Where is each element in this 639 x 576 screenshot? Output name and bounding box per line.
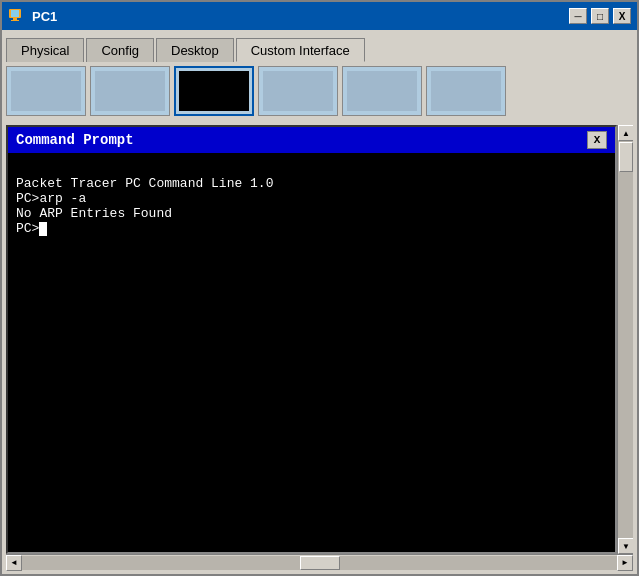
thumb-4[interactable] xyxy=(258,66,338,116)
window-title: PC1 xyxy=(32,9,569,24)
window-controls: ─ □ X xyxy=(569,8,631,24)
h-scroll-track[interactable] xyxy=(22,556,617,570)
scroll-right-button[interactable]: ► xyxy=(617,555,633,571)
horizontal-scrollbar: ◄ ► xyxy=(6,554,633,570)
panels-strip xyxy=(6,66,633,121)
maximize-button[interactable]: □ xyxy=(591,8,609,24)
scroll-left-button[interactable]: ◄ xyxy=(6,555,22,571)
h-scroll-thumb[interactable] xyxy=(300,556,340,570)
close-button[interactable]: X xyxy=(613,8,631,24)
scroll-track[interactable] xyxy=(618,141,633,538)
svg-rect-3 xyxy=(11,20,19,21)
tab-physical[interactable]: Physical xyxy=(6,38,84,62)
scroll-down-button[interactable]: ▼ xyxy=(618,538,633,554)
cmd-title-bar: Command Prompt X xyxy=(8,127,615,153)
cursor xyxy=(39,222,47,236)
thumb-1[interactable] xyxy=(6,66,86,116)
vertical-scrollbar: ▲ ▼ xyxy=(617,125,633,554)
cmd-terminal[interactable]: Packet Tracer PC Command Line 1.0 PC>arp… xyxy=(8,153,615,552)
main-panel: Command Prompt X Packet Tracer PC Comman… xyxy=(6,125,617,554)
content-area: Command Prompt X Packet Tracer PC Comman… xyxy=(2,62,637,574)
svg-rect-1 xyxy=(11,10,19,17)
svg-rect-2 xyxy=(13,18,17,20)
title-bar: PC1 ─ □ X xyxy=(2,2,637,30)
tab-bar: Physical Config Desktop Custom Interface xyxy=(2,30,637,62)
thumb-3[interactable] xyxy=(174,66,254,116)
main-content-area: Command Prompt X Packet Tracer PC Comman… xyxy=(6,125,633,554)
cmd-title-text: Command Prompt xyxy=(16,132,134,148)
command-prompt-window: Command Prompt X Packet Tracer PC Comman… xyxy=(6,125,617,554)
thumb-5[interactable] xyxy=(342,66,422,116)
tab-desktop[interactable]: Desktop xyxy=(156,38,234,62)
scroll-thumb[interactable] xyxy=(619,142,633,172)
tab-config[interactable]: Config xyxy=(86,38,154,62)
thumb-2[interactable] xyxy=(90,66,170,116)
tab-custom-interface[interactable]: Custom Interface xyxy=(236,38,365,62)
scroll-up-button[interactable]: ▲ xyxy=(618,125,633,141)
minimize-button[interactable]: ─ xyxy=(569,8,587,24)
window-icon xyxy=(8,7,26,25)
main-window: PC1 ─ □ X Physical Config Desktop Custom… xyxy=(0,0,639,576)
terminal-output: Packet Tracer PC Command Line 1.0 PC>arp… xyxy=(16,176,273,236)
cmd-close-button[interactable]: X xyxy=(587,131,607,149)
thumb-6[interactable] xyxy=(426,66,506,116)
